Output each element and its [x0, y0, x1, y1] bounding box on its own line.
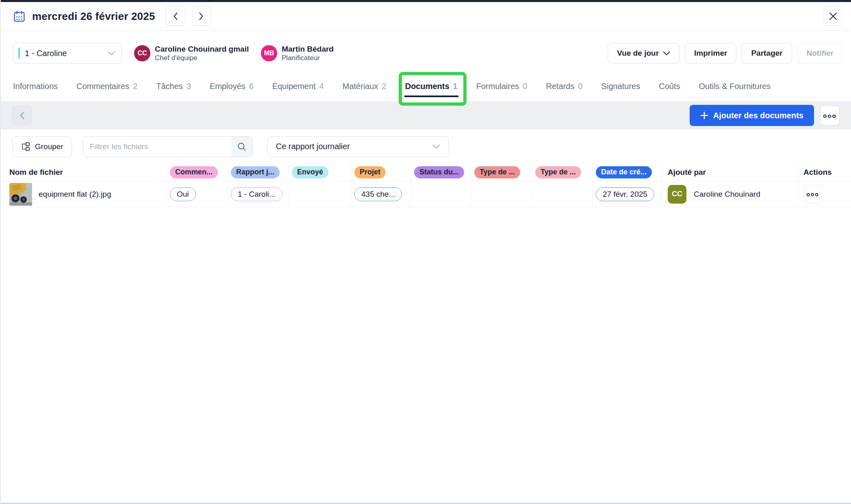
- project-pill[interactable]: 435 che...: [354, 187, 402, 201]
- add-documents-label: Ajouter des documents: [713, 111, 803, 120]
- column-badge-created-date[interactable]: Date de cré...: [596, 166, 652, 178]
- tab-couts[interactable]: Coûts: [659, 76, 680, 97]
- column-added-by: Ajouté par: [668, 168, 706, 177]
- status-cell-empty: [411, 181, 471, 207]
- person-name: Martin Bédard: [282, 44, 334, 54]
- chevron-left-icon: [172, 12, 179, 21]
- tab-outils-fournitures[interactable]: Outils & Fournitures: [699, 76, 771, 97]
- column-badge-type-1[interactable]: Type de ...: [474, 166, 520, 178]
- day-view-label: Vue de jour: [617, 49, 659, 58]
- tab-materiaux[interactable]: Matériaux2: [343, 76, 386, 97]
- tab-signatures[interactable]: Signatures: [601, 76, 640, 97]
- day-view-button[interactable]: Vue de jour: [608, 43, 679, 63]
- file-name[interactable]: equipment flat (2).jpg: [39, 190, 111, 199]
- tab-commentaires[interactable]: Commentaires2: [76, 76, 137, 97]
- next-day-button[interactable]: [192, 7, 211, 26]
- crew-select[interactable]: 1 - Caroline: [13, 43, 122, 64]
- close-icon: [829, 12, 838, 21]
- tab-equipement[interactable]: Équipement4: [272, 76, 324, 97]
- tab-count: 3: [187, 82, 191, 91]
- tab-label: Tâches: [156, 82, 183, 91]
- notify-button[interactable]: Notifier: [797, 43, 843, 63]
- file-thumbnail[interactable]: [9, 183, 32, 206]
- commented-pill[interactable]: Oui: [170, 187, 196, 201]
- print-button[interactable]: Imprimer: [685, 43, 736, 63]
- tab-label: Informations: [13, 82, 58, 91]
- tab-count: 1: [453, 82, 458, 91]
- column-badge-commented[interactable]: Commen...: [170, 166, 218, 178]
- row-actions-button[interactable]: ooo: [803, 185, 822, 203]
- person-role: Chef d'équipe: [155, 54, 249, 62]
- scope-select[interactable]: Ce rapport journalier: [267, 136, 449, 157]
- scope-select-value: Ce rapport journalier: [276, 142, 350, 151]
- tab-label: Documents: [405, 82, 449, 91]
- group-button-label: Grouper: [35, 142, 63, 151]
- tab-count: 4: [319, 82, 324, 91]
- crew-select-value: 1 - Caroline: [25, 49, 108, 58]
- person-role: Planificateur: [282, 54, 334, 62]
- tab-count: 2: [133, 82, 137, 91]
- file-filter-search: [83, 136, 253, 157]
- group-button[interactable]: Grouper: [12, 136, 72, 157]
- avatar: MB: [261, 45, 277, 61]
- file-filter-input[interactable]: [83, 137, 231, 157]
- share-button[interactable]: Partager: [742, 43, 792, 63]
- documents-toolbar: Ajouter des documents ooo: [1, 101, 851, 130]
- tab-retards[interactable]: Retards0: [546, 76, 582, 97]
- tab-taches[interactable]: Tâches3: [156, 76, 191, 97]
- tab-count: 0: [523, 82, 527, 91]
- sent-cell-empty: [289, 181, 351, 207]
- tab-employes[interactable]: Employés6: [210, 76, 254, 97]
- column-badge-report[interactable]: Rapport j...: [231, 166, 280, 178]
- tab-label: Formulaires: [476, 82, 519, 91]
- tab-label: Matériaux: [343, 82, 378, 91]
- tab-documents[interactable]: Documents1: [405, 76, 458, 97]
- report-subheader: 1 - Caroline CC Caroline Chouinard gmail…: [1, 31, 851, 76]
- type-1-cell-empty: [471, 181, 532, 207]
- table-header: Nom de fichier Commen... Rapport j... En…: [1, 163, 851, 181]
- group-icon: [21, 142, 30, 151]
- report-pill[interactable]: 1 - Caroli...: [231, 187, 282, 201]
- add-documents-button[interactable]: Ajouter des documents: [690, 105, 814, 126]
- search-icon: [237, 141, 247, 152]
- page-title: mercredi 26 février 2025: [32, 10, 155, 23]
- added-by-name: Caroline Chouinard: [694, 190, 760, 199]
- daily-report-panel: mercredi 26 février 2025 1 - Caroline: [0, 0, 851, 504]
- column-badge-type-2[interactable]: Type de ...: [535, 166, 581, 178]
- tab-label: Outils & Fournitures: [699, 82, 771, 91]
- tab-label: Commentaires: [76, 82, 129, 91]
- crew-accent-bar: [18, 48, 20, 59]
- close-button[interactable]: [823, 7, 843, 26]
- tab-label: Retards: [546, 82, 574, 91]
- panel-header: mercredi 26 février 2025: [1, 2, 851, 31]
- chevron-left-icon: [19, 111, 25, 119]
- ellipsis-icon: ooo: [823, 112, 837, 119]
- column-badge-project[interactable]: Projet: [354, 166, 386, 178]
- tab-count: 0: [578, 82, 582, 91]
- previous-day-button[interactable]: [166, 7, 185, 26]
- documents-table: Nom de fichier Commen... Rapport j... En…: [1, 163, 851, 207]
- person-name: Caroline Chouinard gmail: [155, 44, 249, 54]
- tab-formulaires[interactable]: Formulaires0: [476, 76, 528, 97]
- avatar: CC: [134, 45, 150, 61]
- tab-informations[interactable]: Informations: [13, 76, 58, 97]
- column-badge-status[interactable]: Status du...: [414, 166, 464, 178]
- person-martin: MB Martin Bédard Planificateur: [261, 44, 334, 63]
- tab-count: 2: [382, 82, 386, 91]
- tab-label: Signatures: [601, 82, 640, 91]
- chevron-down-icon: [432, 144, 440, 149]
- ellipsis-icon: ooo: [806, 191, 819, 198]
- tab-label: Coûts: [659, 82, 680, 91]
- chevron-down-icon: [663, 51, 670, 56]
- toolbar-more-button[interactable]: ooo: [820, 106, 840, 125]
- column-badge-sent[interactable]: Envoyé: [292, 166, 328, 178]
- collapse-panel-button[interactable]: [12, 106, 32, 125]
- created-date-pill[interactable]: 27 févr. 2025: [596, 187, 654, 201]
- search-submit[interactable]: [231, 137, 252, 157]
- column-actions: Actions: [803, 168, 832, 177]
- calendar-icon: [13, 10, 26, 23]
- chevron-down-icon: [108, 51, 115, 56]
- table-row: equipment flat (2).jpg Oui 1 - Caroli...…: [1, 181, 851, 207]
- plus-icon: [700, 111, 708, 119]
- tab-label: Employés: [210, 82, 245, 91]
